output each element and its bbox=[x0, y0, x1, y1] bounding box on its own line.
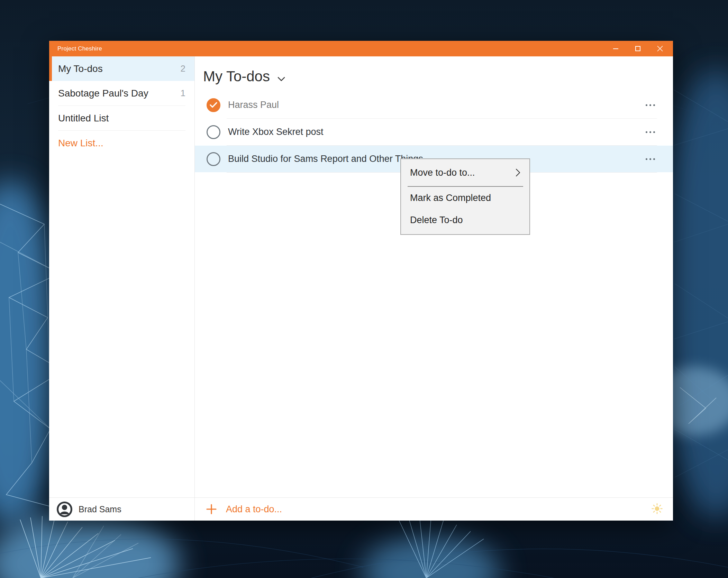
todo-checkbox-completed[interactable] bbox=[207, 98, 220, 112]
titlebar[interactable]: Project Cheshire bbox=[49, 41, 673, 56]
user-name: Brad Sams bbox=[79, 504, 121, 514]
menu-item-delete-todo[interactable]: Delete To-do bbox=[401, 209, 529, 231]
todo-more-button[interactable] bbox=[643, 101, 658, 109]
sidebar: My To-dos 2 Sabotage Paul's Day 1 Untitl… bbox=[49, 56, 195, 521]
close-icon bbox=[657, 46, 663, 52]
menu-item-label: Move to-do to... bbox=[410, 167, 475, 178]
window-title: Project Cheshire bbox=[57, 45, 102, 52]
menu-item-label: Mark as Completed bbox=[410, 193, 491, 203]
plus-icon bbox=[206, 504, 217, 515]
sidebar-item-label: Sabotage Paul's Day bbox=[58, 88, 148, 99]
maximize-icon bbox=[635, 46, 640, 51]
app-body: My To-dos 2 Sabotage Paul's Day 1 Untitl… bbox=[49, 56, 673, 521]
add-todo-label: Add a to-do... bbox=[226, 504, 282, 515]
sidebar-item-my-todos[interactable]: My To-dos 2 bbox=[49, 56, 194, 81]
list-title-dropdown[interactable]: My To-dos bbox=[195, 56, 673, 92]
chevron-right-icon bbox=[516, 168, 520, 177]
user-account-button[interactable]: Brad Sams bbox=[49, 497, 194, 521]
more-options-icon bbox=[649, 104, 651, 106]
more-options-icon bbox=[653, 158, 655, 160]
my-day-sun-button[interactable] bbox=[650, 502, 664, 517]
more-options-icon bbox=[649, 131, 651, 133]
sidebar-item-label: My To-dos bbox=[58, 63, 103, 74]
more-options-icon bbox=[653, 104, 655, 106]
user-avatar-icon bbox=[57, 502, 72, 517]
todo-more-button[interactable] bbox=[643, 128, 658, 136]
close-button[interactable] bbox=[649, 41, 671, 56]
more-options-icon bbox=[649, 158, 651, 160]
sidebar-item-untitled-list[interactable]: Untitled List bbox=[49, 106, 194, 130]
menu-item-mark-completed[interactable]: Mark as Completed bbox=[401, 187, 529, 209]
todo-more-button[interactable] bbox=[643, 155, 658, 163]
checkmark-icon bbox=[210, 102, 217, 108]
list-title: My To-dos bbox=[203, 68, 270, 85]
chevron-down-icon bbox=[277, 77, 285, 81]
sun-icon bbox=[652, 503, 663, 514]
new-list-button[interactable]: New List... bbox=[49, 131, 194, 155]
window-controls bbox=[604, 41, 671, 56]
sidebar-item-count: 2 bbox=[181, 63, 185, 74]
menu-item-label: Delete To-do bbox=[410, 215, 463, 226]
todo-title: Build Studio for Sams Report and Other T… bbox=[228, 154, 423, 164]
todo-checkbox[interactable] bbox=[207, 125, 220, 139]
sidebar-item-count: 1 bbox=[181, 88, 185, 99]
add-todo-button[interactable]: Add a to-do... bbox=[195, 497, 673, 521]
desktop: Project Cheshire My To-dos 2 Sabotage Pa… bbox=[0, 0, 728, 578]
sidebar-item-label: Untitled List bbox=[58, 113, 109, 124]
more-options-icon bbox=[646, 158, 647, 160]
maximize-button[interactable] bbox=[627, 41, 649, 56]
more-options-icon bbox=[646, 104, 647, 106]
new-list-label: New List... bbox=[58, 138, 103, 149]
todo-title: Harass Paul bbox=[228, 100, 279, 110]
todo-checkbox[interactable] bbox=[207, 152, 220, 166]
todo-row-harass-paul[interactable]: Harass Paul bbox=[195, 92, 673, 118]
minimize-icon bbox=[613, 48, 618, 49]
todo-row-write-xbox-sekret-post[interactable]: Write Xbox Sekret post bbox=[195, 119, 673, 145]
more-options-icon bbox=[646, 131, 647, 133]
minimize-button[interactable] bbox=[604, 41, 627, 56]
todo-title: Write Xbox Sekret post bbox=[228, 127, 324, 137]
todo-list-pane: My To-dos Harass Paul bbox=[195, 56, 673, 521]
context-menu: Move to-do to... Mark as Completed Delet… bbox=[400, 158, 530, 235]
sidebar-spacer bbox=[49, 155, 194, 497]
menu-item-move-todo[interactable]: Move to-do to... bbox=[401, 159, 529, 186]
app-window: Project Cheshire My To-dos 2 Sabotage Pa… bbox=[49, 41, 673, 521]
more-options-icon bbox=[653, 131, 655, 133]
sidebar-item-sabotage-pauls-day[interactable]: Sabotage Paul's Day 1 bbox=[49, 81, 194, 105]
